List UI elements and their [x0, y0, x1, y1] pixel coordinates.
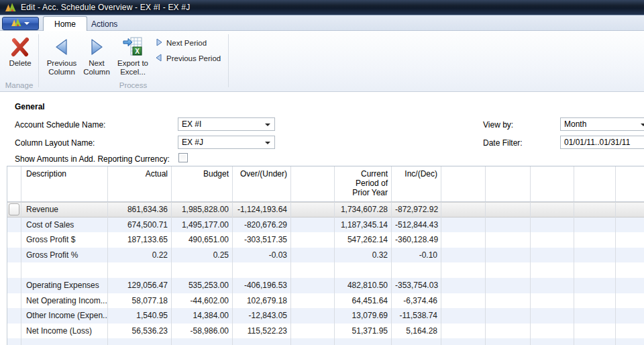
export-to-excel-button[interactable]: X Export to Excel... — [112, 34, 154, 86]
cell[interactable] — [441, 262, 486, 278]
cell[interactable]: 5,164.28 — [392, 324, 441, 339]
row-selector[interactable] — [7, 248, 21, 263]
cell[interactable] — [574, 248, 616, 263]
tab-actions[interactable]: Actions — [80, 16, 128, 32]
cell[interactable] — [21, 338, 108, 345]
cell[interactable]: 102,679.18 — [233, 293, 291, 309]
cell[interactable]: Revenue — [21, 202, 108, 217]
cell[interactable]: Operating Expenses — [21, 278, 108, 293]
row-selector[interactable] — [7, 262, 21, 278]
cell[interactable] — [486, 278, 531, 293]
cell[interactable]: 547,262.14 — [335, 232, 392, 248]
cell[interactable] — [616, 324, 644, 339]
cell[interactable] — [616, 217, 644, 233]
column-header-blank[interactable] — [486, 166, 531, 201]
cell[interactable] — [616, 293, 644, 309]
show-amounts-checkbox[interactable] — [178, 153, 188, 162]
cell[interactable]: 58,077.18 — [108, 293, 172, 309]
cell[interactable] — [531, 324, 574, 339]
general-section-heading[interactable]: General — [15, 102, 45, 111]
cell[interactable] — [486, 202, 531, 217]
cell[interactable]: -0.03 — [233, 248, 291, 263]
cell[interactable]: Net Income (Loss) — [21, 324, 108, 339]
title-bar[interactable]: Edit - Acc. Schedule Overview - EX #I - … — [0, 0, 644, 15]
cell[interactable] — [531, 217, 574, 233]
cell[interactable] — [574, 308, 616, 324]
cell[interactable]: 1,187,345.14 — [335, 217, 392, 233]
column-header-over-under[interactable]: Over/(Under) — [233, 166, 291, 201]
cell[interactable] — [574, 338, 616, 345]
previous-column-button[interactable]: Previous Column — [42, 34, 81, 86]
table-row[interactable] — [7, 338, 644, 345]
date-filter-input[interactable]: 01/01/11..01/31/11 — [560, 136, 644, 149]
cell[interactable]: 1,734,607.28 — [335, 202, 392, 217]
cell[interactable]: Cost of Sales — [21, 217, 108, 233]
cell[interactable]: -820,676.29 — [233, 217, 291, 233]
cell[interactable] — [486, 324, 531, 339]
cell[interactable] — [441, 278, 486, 293]
cell[interactable]: -1,124,193.64 — [233, 202, 291, 217]
cell[interactable]: 861,634.36 — [108, 202, 172, 217]
row-selector[interactable] — [7, 338, 21, 345]
row-selector[interactable] — [7, 324, 21, 339]
cell[interactable]: 14,384.00 — [172, 308, 233, 324]
cell[interactable]: -11,538.74 — [392, 308, 441, 324]
cell[interactable] — [616, 232, 644, 248]
cell[interactable]: -353,754.03 — [392, 278, 441, 293]
cell[interactable] — [441, 232, 486, 248]
cell[interactable] — [616, 308, 644, 324]
cell[interactable]: 64,451.64 — [335, 293, 392, 309]
cell[interactable] — [574, 324, 616, 339]
column-header-actual[interactable]: Actual — [108, 166, 172, 201]
previous-period-button[interactable]: Previous Period — [155, 52, 221, 65]
cell[interactable] — [574, 202, 616, 217]
cell[interactable]: -0.10 — [392, 248, 441, 263]
cell[interactable] — [574, 278, 616, 293]
column-header-blank[interactable] — [531, 166, 574, 201]
column-header-blank[interactable] — [574, 166, 616, 201]
row-selector[interactable] — [7, 293, 21, 309]
cell[interactable]: 56,536.23 — [108, 324, 172, 339]
cell[interactable]: 0.22 — [108, 248, 172, 263]
table-row[interactable]: Revenue861,634.361,985,828.00-1,124,193.… — [7, 202, 644, 217]
cell[interactable] — [531, 308, 574, 324]
cell[interactable]: 490,651.00 — [172, 232, 233, 248]
cell[interactable] — [441, 248, 486, 263]
column-header-description[interactable]: Description — [21, 166, 108, 201]
cell[interactable] — [531, 338, 574, 345]
view-by-select[interactable]: Month — [560, 117, 644, 131]
cell[interactable]: Gross Profit $ — [21, 232, 108, 248]
table-row[interactable]: Cost of Sales674,500.711,495,177.00-820,… — [7, 217, 644, 233]
cell[interactable] — [531, 278, 574, 293]
cell[interactable] — [531, 262, 574, 278]
cell[interactable] — [291, 248, 335, 263]
application-menu-button[interactable] — [2, 17, 39, 30]
cell[interactable]: 0.32 — [335, 248, 392, 263]
cell[interactable]: -512,844.43 — [392, 217, 441, 233]
cell[interactable]: 0.25 — [172, 248, 233, 263]
table-row[interactable]: Gross Profit %0.220.25-0.030.32-0.10 — [7, 248, 644, 263]
cell[interactable]: 13,079.69 — [335, 308, 392, 324]
cell[interactable] — [531, 202, 574, 217]
cell[interactable]: 674,500.71 — [108, 217, 172, 233]
cell[interactable] — [441, 308, 486, 324]
cell[interactable] — [335, 338, 392, 345]
cell[interactable] — [233, 262, 291, 278]
cell[interactable] — [21, 262, 108, 278]
cell[interactable]: Other Income (Expen... — [21, 308, 108, 324]
account-schedule-name-select[interactable]: EX #I — [178, 117, 275, 131]
cell[interactable]: 482,810.50 — [335, 278, 392, 293]
cell[interactable] — [233, 338, 291, 345]
cell[interactable] — [616, 202, 644, 217]
column-layout-name-select[interactable]: EX #J — [178, 136, 275, 149]
cell[interactable] — [616, 338, 644, 345]
cell[interactable]: -44,602.00 — [172, 293, 233, 309]
cell[interactable] — [574, 293, 616, 309]
cell[interactable] — [574, 217, 616, 233]
column-header-current-period-of-prior-year[interactable]: Current Period of Prior Year — [335, 166, 392, 201]
cell[interactable] — [441, 338, 486, 345]
column-header-blank[interactable] — [291, 166, 335, 201]
next-period-button[interactable]: Next Period — [155, 36, 207, 50]
cell[interactable] — [392, 262, 441, 278]
cell[interactable]: Gross Profit % — [21, 248, 108, 263]
